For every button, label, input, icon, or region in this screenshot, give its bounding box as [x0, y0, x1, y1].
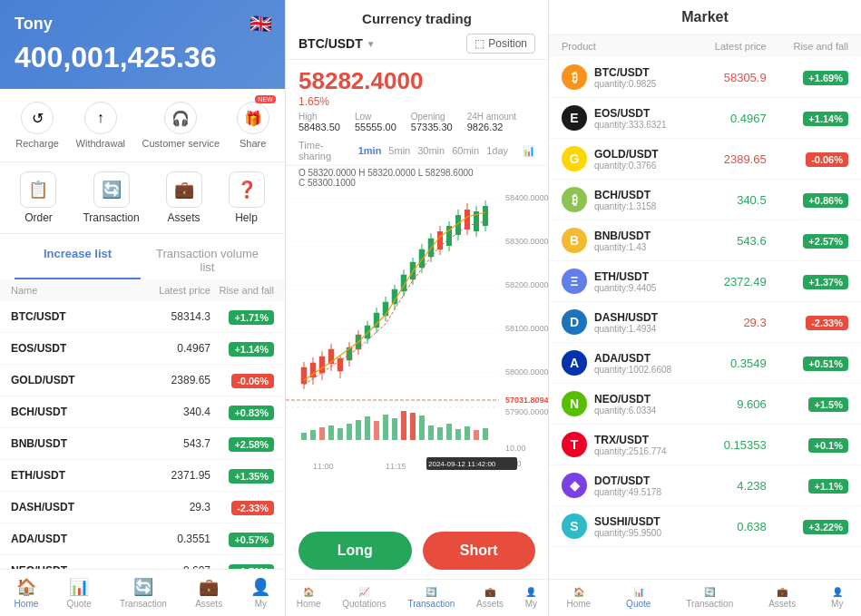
right-nav-home[interactable]: 🏠Home	[566, 587, 591, 609]
list-item[interactable]: BCH/USDT 340.4 +0.83%	[0, 396, 285, 428]
right-nav-transaction[interactable]: 🔄Transaction	[686, 587, 733, 609]
table-row[interactable]: Ε EOS/USDT quantity:333.6321 0.4967 +1.1…	[549, 98, 861, 139]
chart-type-icon[interactable]: 📊	[523, 145, 535, 157]
table-row[interactable]: ₿ BTC/USDT quantity:0.9825 58305.9 +1.69…	[549, 57, 861, 98]
list-item[interactable]: NEO/USDT 9.607 +1.51%	[0, 555, 285, 569]
home-icon: 🏠	[573, 587, 584, 597]
list-item[interactable]: BNB/USDT 543.7 +2.58%	[0, 428, 285, 460]
assets-button[interactable]: 💼 Assets	[166, 171, 202, 224]
home-icon: 🏠	[16, 577, 36, 597]
table-row[interactable]: T TRX/USDT quantity:2516.774 0.15353 +0.…	[549, 425, 861, 465]
nav-assets[interactable]: 💼Assets	[195, 577, 222, 609]
table-row[interactable]: ◆ DOT/USDT quantity:49.5178 4.238 +1.1%	[549, 465, 861, 506]
middle-nav-home[interactable]: 🏠Home	[297, 587, 321, 609]
svg-rect-27	[347, 347, 352, 360]
middle-nav-transaction[interactable]: 🔄Transaction	[407, 587, 455, 609]
tab-1day[interactable]: 1day	[486, 145, 508, 156]
table-row[interactable]: N NEO/USDT quantity:6.0334 9.606 +1.5%	[549, 384, 861, 425]
middle-nav-assets[interactable]: 💼Assets	[476, 587, 504, 609]
home-label: Home	[566, 599, 591, 609]
recharge-icon: ↺	[21, 102, 54, 134]
middle-nav-my[interactable]: 👤My	[525, 587, 537, 609]
product-info: T TRX/USDT quantity:2516.774	[562, 432, 684, 457]
row-price: 340.4	[138, 406, 210, 418]
nav-quote[interactable]: 📊Quote	[67, 577, 92, 609]
product-name: EOS/USDT	[594, 107, 667, 120]
share-button[interactable]: 🎁 Share	[237, 102, 269, 149]
quote-icon: 📊	[633, 587, 644, 597]
latest-price: 9.606	[684, 397, 766, 411]
latest-price: 2389.65	[684, 152, 766, 166]
table-row[interactable]: B BNB/USDT quantity:1.43 543.6 +2.57%	[549, 220, 861, 261]
list-item[interactable]: EOS/USDT 0.4967 +1.14%	[0, 333, 285, 365]
left-bottom-nav: 🏠Home📊Quote🔄Transaction💼Assets👤My	[0, 569, 285, 616]
tab-time-sharing[interactable]: Time-sharing	[298, 140, 351, 161]
right-nav-quote[interactable]: 📊Quote	[626, 587, 651, 609]
nav-my[interactable]: 👤My	[250, 577, 270, 609]
my-label: My	[831, 599, 843, 609]
tab-volume-list[interactable]: Transaction volume list	[144, 241, 270, 279]
opening-label: Opening	[411, 112, 453, 122]
table-row[interactable]: D DASH/USDT quantity:1.4934 29.3 -2.33%	[549, 302, 861, 343]
product-qty: quantity:1.4934	[594, 324, 658, 334]
list-item[interactable]: GOLD/USDT 2389.65 -0.06%	[0, 365, 285, 396]
tab-increase-list[interactable]: Increase list	[15, 241, 141, 279]
tab-60min[interactable]: 60min	[452, 145, 479, 156]
order-button[interactable]: 📋 Order	[20, 171, 56, 224]
row-price: 2389.65	[138, 374, 210, 386]
nav-transaction[interactable]: 🔄Transaction	[120, 577, 167, 609]
row-name: DASH/USDT	[11, 501, 138, 513]
help-button[interactable]: ❓ Help	[229, 171, 265, 224]
svg-rect-66	[374, 421, 379, 440]
low-val: 55555.00	[355, 122, 396, 132]
customer-service-button[interactable]: 🎧 Customer service	[142, 102, 220, 149]
table-row[interactable]: G GOLD/USDT quantity:0.3766 2389.65 -0.0…	[549, 139, 861, 180]
tab-30min[interactable]: 30min	[417, 145, 445, 156]
position-button[interactable]: ⬚ Position	[466, 34, 535, 54]
latest-price: 0.638	[684, 520, 766, 533]
short-button[interactable]: Short	[423, 532, 536, 570]
long-button[interactable]: Long	[298, 532, 412, 570]
quotations-icon: 📈	[358, 587, 369, 597]
list-item[interactable]: DASH/USDT 29.3 -2.33%	[0, 492, 285, 523]
withdrawal-label: Withdrawal	[76, 138, 125, 149]
list-item[interactable]: ETH/USDT 2371.95 +1.35%	[0, 460, 285, 492]
withdrawal-button[interactable]: ↑ Withdrawal	[76, 102, 125, 149]
tab-5min[interactable]: 5min	[388, 145, 410, 156]
candlestick-chart: 58400.0000 58300.0000 58200.0000 58100.0…	[286, 190, 548, 471]
list-item[interactable]: BTC/USDT 58314.3 +1.71%	[0, 301, 285, 333]
row-change: -2.33%	[210, 499, 274, 515]
product-icon: D	[562, 309, 587, 335]
right-nav-assets[interactable]: 💼Assets	[768, 587, 796, 609]
recharge-button[interactable]: ↺ Recharge	[15, 102, 59, 149]
row-change: -0.06%	[210, 372, 274, 388]
product-qty: quantity:6.0334	[594, 406, 656, 416]
tab-1min[interactable]: 1min	[358, 145, 382, 156]
middle-nav-quotations[interactable]: 📈Quotations	[342, 587, 386, 609]
position-label: Position	[488, 37, 527, 50]
table-row[interactable]: ₿ BCH/USDT quantity:1.3158 340.5 +0.86%	[549, 180, 861, 220]
row-change: +1.71%	[210, 308, 274, 325]
transaction-button[interactable]: 🔄 Transaction	[83, 171, 139, 224]
svg-text:58200.0000: 58200.0000	[505, 280, 548, 289]
header-rise-fall: Rise and fall	[210, 285, 274, 296]
nav-home[interactable]: 🏠Home	[15, 577, 39, 609]
right-nav-my[interactable]: 👤My	[831, 587, 843, 609]
table-row[interactable]: S SUSHI/USDT quantity:95.9500 0.638 +3.2…	[549, 506, 861, 547]
svg-text:11:00: 11:00	[313, 462, 334, 471]
my-label: My	[525, 599, 537, 609]
svg-rect-75	[455, 429, 461, 440]
svg-rect-60	[319, 427, 325, 440]
latest-price: 2372.49	[684, 275, 766, 288]
right-bottom-nav: 🏠Home📊Quote🔄Transaction💼Assets👤My	[549, 579, 861, 616]
list-item[interactable]: ADA/USDT 0.3551 +0.57%	[0, 523, 285, 555]
table-row[interactable]: A ADA/USDT quantity:1002.6608 0.3549 +0.…	[549, 343, 861, 384]
svg-rect-63	[347, 424, 352, 440]
left-market-list: BTC/USDT 58314.3 +1.71% EOS/USDT 0.4967 …	[0, 301, 285, 569]
main-actions-bar: 📋 Order 🔄 Transaction 💼 Assets ❓ Help	[0, 162, 285, 234]
product-name: ETH/USDT	[594, 270, 656, 283]
chart-toolbar: Time-sharing 1min 5min 30min 60min 1day …	[286, 136, 548, 166]
table-row[interactable]: Ξ ETH/USDT quantity:9.4405 2372.49 +1.37…	[549, 261, 861, 302]
pair-selector[interactable]: BTC/USDT ▼	[298, 36, 376, 51]
latest-price: 0.4967	[684, 112, 766, 125]
